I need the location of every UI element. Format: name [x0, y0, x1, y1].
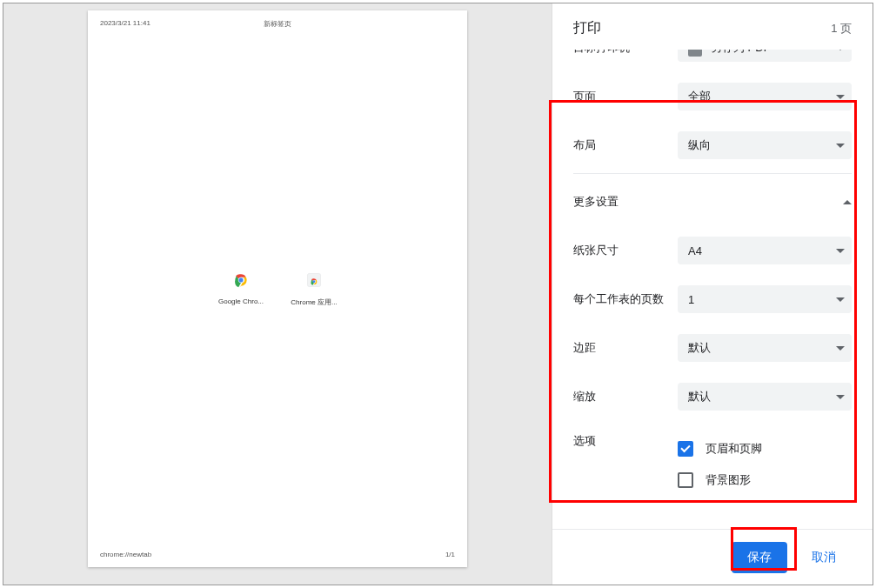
shortcut-item: Google Chro...: [215, 271, 267, 307]
paper-size-label: 纸张尺寸: [573, 243, 678, 258]
scale-select[interactable]: 默认: [678, 383, 852, 411]
pages-per-sheet-value: 1: [688, 293, 694, 306]
chevron-down-icon: [836, 50, 845, 50]
chevron-down-icon: [836, 297, 845, 302]
scale-value: 默认: [688, 389, 711, 404]
headers-footers-label: 页眉和页脚: [705, 441, 762, 457]
background-graphics-checkbox[interactable]: [678, 472, 693, 488]
spacer: [573, 503, 852, 529]
chevron-down-icon: [836, 144, 845, 148]
chevron-down-icon: [836, 95, 845, 99]
chevron-down-icon: [836, 249, 845, 253]
cancel-button[interactable]: 取消: [796, 542, 852, 573]
dialog-footer: 保存 取消: [552, 529, 873, 585]
pages-label: 页面: [573, 89, 678, 104]
shortcut-label: Chrome 应用...: [291, 297, 337, 307]
svg-point-5: [313, 280, 316, 283]
layout-label: 布局: [573, 137, 678, 153]
margins-row: 边距 默认: [573, 324, 852, 372]
headers-footers-option: 页眉和页脚: [678, 433, 852, 464]
chevron-up-icon: [843, 200, 852, 204]
preview-footer-url: chrome://newtab: [100, 551, 151, 558]
pages-per-sheet-select[interactable]: 1: [678, 285, 852, 313]
options-label: 选项: [573, 433, 678, 449]
pages-row: 页面 全部: [573, 72, 852, 121]
chrome-apps-icon: [305, 271, 323, 289]
layout-select[interactable]: 纵向: [678, 131, 852, 159]
print-dialog: 2023/3/21 11:41 新标签页 Google Chro...: [3, 3, 873, 585]
pages-per-sheet-row: 每个工作表的页数 1: [573, 275, 852, 324]
panel-header: 打印 1 页: [552, 3, 873, 50]
destination-select[interactable]: 另存为 PDF: [678, 50, 852, 62]
layout-row: 布局 纵向: [573, 121, 852, 170]
layout-value: 纵向: [688, 137, 711, 153]
pages-per-sheet-label: 每个工作表的页数: [573, 291, 678, 307]
print-preview-pane: 2023/3/21 11:41 新标签页 Google Chro...: [3, 3, 552, 585]
preview-page: 2023/3/21 11:41 新标签页 Google Chro...: [88, 10, 467, 567]
background-graphics-option: 背景图形: [678, 464, 852, 496]
margins-select[interactable]: 默认: [678, 334, 852, 362]
sheet-count: 1 页: [831, 21, 852, 37]
paper-size-row: 纸张尺寸 A4: [573, 226, 852, 275]
shortcut-label: Google Chro...: [218, 297, 264, 305]
save-button[interactable]: 保存: [732, 542, 787, 573]
pages-select[interactable]: 全部: [678, 83, 852, 110]
scale-row: 缩放 默认: [573, 372, 852, 421]
divider: [573, 173, 852, 174]
preview-footer-page: 1/1: [445, 551, 455, 558]
chevron-down-icon: [836, 346, 845, 351]
destination-label: 目标打印机: [573, 50, 678, 56]
pdf-file-icon: [688, 50, 702, 57]
preview-header-title: 新标签页: [264, 19, 291, 29]
more-settings-toggle[interactable]: 更多设置: [573, 177, 852, 226]
paper-size-value: A4: [688, 244, 702, 257]
background-graphics-label: 背景图形: [705, 472, 751, 488]
chevron-down-icon: [836, 395, 845, 399]
pages-value: 全部: [688, 89, 711, 104]
destination-row: 目标打印机 另存为 PDF: [573, 50, 852, 72]
preview-header-date: 2023/3/21 11:41: [100, 19, 150, 27]
shortcut-item: Chrome 应用...: [288, 271, 340, 307]
scale-label: 缩放: [573, 389, 678, 404]
paper-size-select[interactable]: A4: [678, 237, 852, 264]
margins-value: 默认: [688, 340, 711, 356]
preview-content: Google Chro... Chrome 应用...: [88, 271, 467, 307]
print-settings-panel: 打印 1 页 目标打印机 另存为 PDF 页面 全部: [552, 3, 873, 585]
chrome-icon: [232, 271, 250, 289]
more-settings-label: 更多设置: [573, 194, 619, 210]
settings-scroll[interactable]: 目标打印机 另存为 PDF 页面 全部: [552, 50, 873, 529]
headers-footers-checkbox[interactable]: [678, 441, 693, 457]
destination-value: 另存为 PDF: [711, 50, 771, 56]
margins-label: 边距: [573, 340, 678, 356]
dialog-title: 打印: [573, 19, 601, 37]
options-row: 选项 页眉和页脚 背景图形: [573, 421, 852, 503]
